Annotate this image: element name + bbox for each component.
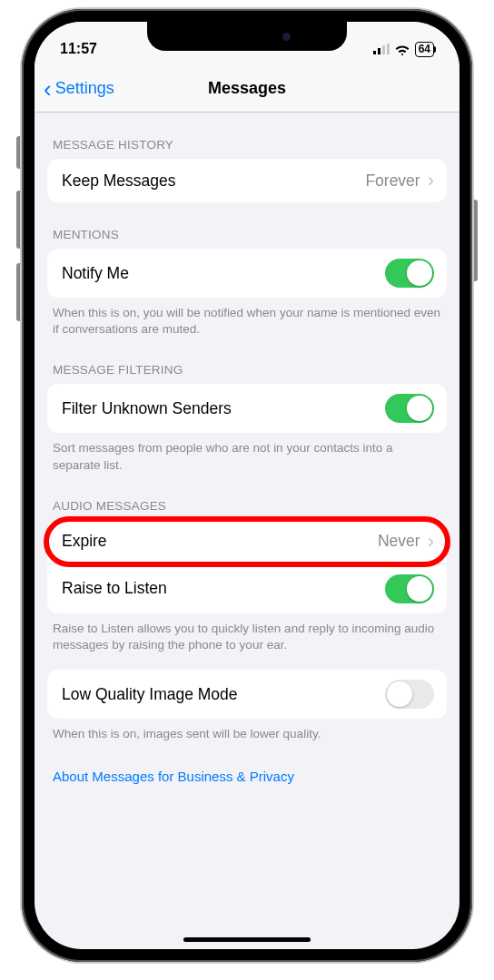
row-value: Never — [378, 532, 420, 551]
section-header-message-filtering: MESSAGE FILTERING — [35, 338, 459, 384]
nav-bar: ‹ Settings Messages — [35, 65, 459, 113]
group-audio-messages: Expire Never › Raise to Listen — [47, 520, 447, 613]
row-notify-me[interactable]: Notify Me — [47, 249, 447, 298]
screen: 11:57 64 ‹ Settings Messages MESSAGE HIS… — [35, 22, 459, 949]
row-filter-unknown[interactable]: Filter Unknown Senders — [47, 384, 447, 433]
svg-rect-0 — [373, 51, 376, 54]
row-right: Forever › — [365, 171, 434, 191]
row-label: Expire — [62, 532, 107, 551]
home-indicator[interactable] — [183, 937, 311, 942]
chevron-left-icon: ‹ — [44, 77, 52, 101]
group-message-history: Keep Messages Forever › — [47, 159, 447, 202]
row-low-quality[interactable]: Low Quality Image Mode — [47, 670, 447, 719]
status-right: 64 — [373, 42, 434, 57]
row-value: Forever — [365, 172, 420, 191]
group-message-filtering: Filter Unknown Senders — [47, 384, 447, 433]
toggle-raise-to-listen[interactable] — [385, 574, 434, 603]
toggle-low-quality[interactable] — [385, 680, 434, 709]
phone-frame: 11:57 64 ‹ Settings Messages MESSAGE HIS… — [22, 9, 472, 962]
notch — [147, 22, 347, 51]
row-label: Low Quality Image Mode — [62, 685, 238, 704]
section-header-message-history: MESSAGE HISTORY — [35, 113, 459, 159]
wifi-icon — [394, 44, 410, 55]
content: MESSAGE HISTORY Keep Messages Forever › … — [35, 113, 459, 808]
section-header-mentions: MENTIONS — [35, 202, 459, 249]
svg-rect-1 — [378, 48, 380, 54]
battery-icon: 64 — [415, 42, 434, 57]
back-label: Settings — [55, 79, 114, 98]
group-mentions: Notify Me — [47, 249, 447, 298]
row-expire[interactable]: Expire Never › — [47, 520, 447, 564]
footer-low-quality: When this is on, images sent will be low… — [35, 719, 459, 742]
chevron-right-icon: › — [428, 171, 434, 191]
section-header-audio-messages: AUDIO MESSAGES — [35, 474, 459, 520]
group-low-quality: Low Quality Image Mode — [47, 670, 447, 719]
toggle-filter-unknown[interactable] — [385, 394, 434, 423]
footer-message-filtering: Sort messages from people who are not in… — [35, 433, 459, 473]
row-label: Raise to Listen — [62, 579, 167, 598]
row-keep-messages[interactable]: Keep Messages Forever › — [47, 159, 447, 202]
footer-audio-messages: Raise to Listen allows you to quickly li… — [35, 613, 459, 653]
row-label: Filter Unknown Senders — [62, 399, 232, 418]
row-label: Keep Messages — [62, 172, 176, 191]
row-raise-to-listen[interactable]: Raise to Listen — [47, 564, 447, 613]
svg-rect-3 — [387, 44, 390, 54]
cellular-icon — [373, 44, 390, 54]
footer-mentions: When this is on, you will be notified wh… — [35, 298, 459, 338]
status-time: 11:57 — [60, 41, 97, 57]
chevron-right-icon: › — [428, 532, 434, 552]
row-right: Never › — [378, 532, 434, 552]
row-label: Notify Me — [62, 264, 129, 283]
back-button[interactable]: ‹ Settings — [35, 77, 114, 101]
toggle-notify-me[interactable] — [385, 259, 434, 288]
link-about-business-privacy[interactable]: About Messages for Business & Privacy — [35, 743, 459, 789]
svg-rect-2 — [382, 45, 385, 54]
